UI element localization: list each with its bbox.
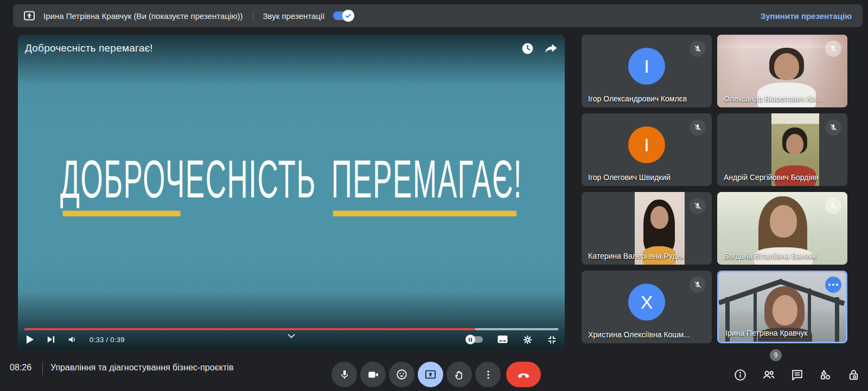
info-icon[interactable] bbox=[733, 368, 747, 382]
present-button-active[interactable] bbox=[418, 362, 443, 387]
video-played bbox=[24, 328, 475, 330]
settings-gear-icon[interactable] bbox=[522, 335, 533, 345]
stop-presentation-button[interactable]: Зупинити презентацію bbox=[761, 11, 853, 21]
presentation-top-bar: Ірина Петрівна Кравчук (Ви (показуєте пр… bbox=[13, 4, 863, 27]
mic-button[interactable] bbox=[331, 362, 357, 387]
participants-count-badge: 9 bbox=[770, 349, 782, 361]
avatar: І bbox=[628, 126, 665, 163]
mic-off-icon bbox=[690, 277, 706, 293]
participant-tile[interactable]: Катерина Валеріївна Рудик bbox=[582, 192, 712, 265]
video-player-controls: 0:33 / 0:39 bbox=[25, 331, 557, 348]
meeting-title: Управління та діагностування бізнес-проє… bbox=[50, 363, 233, 373]
raise-hand-button[interactable] bbox=[446, 362, 472, 387]
volume-icon[interactable] bbox=[67, 335, 78, 344]
mic-off-icon bbox=[690, 119, 706, 136]
participant-name: Ірина Петрівна Кравчук bbox=[725, 329, 840, 337]
presenter-label: Ірина Петрівна Кравчук (Ви (показуєте пр… bbox=[43, 11, 243, 21]
video-time-display: 0:33 / 0:39 bbox=[90, 336, 125, 344]
video-progress-bar[interactable] bbox=[24, 328, 558, 330]
meeting-panels bbox=[733, 368, 860, 382]
watch-later-icon[interactable] bbox=[521, 42, 534, 55]
presentation-sound-toggle[interactable] bbox=[333, 11, 353, 20]
meet-bottom-bar: 08:26 Управління та діагностування бізне… bbox=[0, 350, 868, 391]
shared-presentation-video[interactable]: ДОБРОЧЕСНІСТЬ ПЕРЕМАГАЄ! Доброчесність п… bbox=[18, 35, 565, 350]
toggle-check-icon bbox=[342, 10, 354, 22]
video-title: Доброчесність перемагає! bbox=[25, 42, 153, 54]
presentation-sound-label: Звук презентації bbox=[263, 11, 325, 21]
mic-off-icon bbox=[690, 41, 706, 57]
slide-headline: ДОБРОЧЕСНІСТЬ ПЕРЕМАГАЄ! bbox=[100, 151, 483, 207]
more-options-button[interactable] bbox=[825, 277, 841, 293]
reactions-button[interactable] bbox=[389, 362, 414, 387]
mic-off-icon bbox=[690, 198, 706, 214]
more-options-button[interactable] bbox=[475, 362, 501, 387]
participant-tile[interactable]: Олександр Віорелович Ко... bbox=[717, 35, 847, 107]
slide-underline-2 bbox=[333, 210, 516, 216]
slide-underline-1 bbox=[63, 210, 181, 216]
mic-off-icon bbox=[825, 119, 841, 136]
clock: 08:26 bbox=[10, 363, 31, 373]
presenting-icon bbox=[23, 9, 36, 22]
meet-window: Ірина Петрівна Кравчук (Ви (показуєте пр… bbox=[0, 0, 868, 391]
autoplay-toggle[interactable] bbox=[467, 336, 483, 343]
avatar: І bbox=[628, 48, 665, 85]
participant-tile[interactable]: Богдана Віталіївна Ванзяк bbox=[717, 192, 847, 265]
participant-tile[interactable]: І Ігор Олегович Швидкий bbox=[582, 113, 712, 186]
share-icon[interactable] bbox=[543, 42, 558, 55]
slide-word-2: ПЕРЕМАГАЄ! bbox=[331, 151, 522, 207]
miniplayer-icon[interactable] bbox=[547, 335, 557, 345]
mic-off-icon bbox=[825, 41, 841, 57]
participant-tile[interactable]: Андрій Сергійович Бордіян bbox=[717, 113, 847, 186]
host-controls-lock-icon[interactable] bbox=[847, 368, 860, 382]
activities-icon[interactable] bbox=[819, 368, 832, 382]
call-controls bbox=[331, 362, 541, 387]
top-bar-divider bbox=[253, 11, 253, 21]
participant-name: Ігор Олександрович Комлєв bbox=[588, 94, 706, 103]
slide-word-1: ДОБРОЧЕСНІСТЬ bbox=[60, 151, 316, 207]
camera-button[interactable] bbox=[360, 362, 386, 387]
chat-icon[interactable] bbox=[790, 368, 804, 382]
bottom-divider bbox=[42, 362, 43, 375]
mic-off-icon bbox=[825, 198, 841, 214]
participant-name: Катерина Валеріївна Рудик bbox=[588, 252, 706, 260]
people-icon[interactable] bbox=[762, 368, 776, 382]
captions-icon[interactable] bbox=[497, 335, 508, 344]
participant-name: Богдана Віталіївна Ванзяк bbox=[724, 252, 842, 260]
avatar: Х bbox=[628, 284, 665, 321]
next-button[interactable] bbox=[47, 335, 55, 344]
end-call-button[interactable] bbox=[506, 362, 541, 387]
participant-name: Андрій Сергійович Бордіян bbox=[724, 173, 842, 182]
participant-name: Христина Олексіївна Кошм... bbox=[588, 330, 706, 339]
play-button[interactable] bbox=[25, 335, 35, 344]
participant-tile[interactable]: І Ігор Олександрович Комлєв bbox=[582, 35, 712, 107]
participant-tile-self-active[interactable]: Ірина Петрівна Кравчук bbox=[717, 271, 847, 343]
participant-tile[interactable]: Х Христина Олексіївна Кошм... bbox=[582, 271, 712, 343]
participant-name: Олександр Віорелович Ко... bbox=[724, 94, 842, 103]
participant-name: Ігор Олегович Швидкий bbox=[588, 173, 706, 182]
